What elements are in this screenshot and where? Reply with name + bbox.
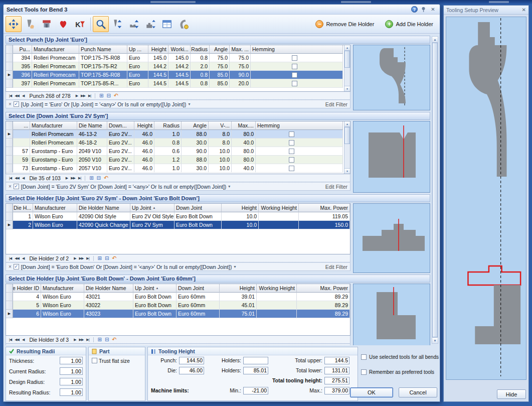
column-header-max[interactable]: Max.... [232,121,256,130]
close-icon[interactable]: ✕ [522,7,526,13]
hemming-checkbox[interactable] [292,72,297,78]
column-header-die-name[interactable]: Die Name [77,121,107,130]
filter-enabled-checkbox[interactable]: ✓ [14,264,19,269]
next-page-button[interactable]: ▶▶ [78,337,85,342]
die-height-field[interactable] [179,367,204,374]
filter-enabled-checkbox[interactable]: ✓ [14,101,19,107]
scroll-up-icon[interactable]: ▲ [344,121,350,127]
machine-max-field[interactable] [324,387,349,394]
trust-flat-size-checkbox[interactable] [92,358,97,363]
table-row[interactable]: 1Wilson Euro42090 Old StyleEuro 2V Old S… [6,212,350,221]
hemming-checkbox[interactable] [292,64,297,69]
column-header-die-h[interactable]: Die H... [13,204,33,212]
column-header-down[interactable]: Down... [107,121,134,130]
column-header-down-joint[interactable]: Down Joint [176,284,220,293]
next-record-button[interactable]: ▶ [74,93,79,98]
hemming-checkbox[interactable] [289,131,294,137]
zoom-button[interactable] [93,16,109,32]
table-row[interactable]: 59Eurostamp - Euro2050 V10Euro 2V...46.0… [6,156,350,164]
grid-options-button[interactable]: ⊟ [95,175,102,181]
next-record-button[interactable]: ▶ [72,337,77,342]
hide-button[interactable]: Hide [497,389,526,399]
column-header-height[interactable]: Height [222,204,259,212]
export-grid-button[interactable]: ⊞ [98,92,105,99]
use-all-bends-checkbox[interactable] [361,354,367,360]
filter-dropdown-icon[interactable]: ▾ [188,102,190,106]
column-header-die-holder-id[interactable]: Die Holder ID [13,284,41,293]
prev-record-button[interactable]: ◀ [21,337,26,342]
table-row[interactable]: 394Rolleri PromecamTOP.175-75-R08Euro145… [6,54,350,62]
table-row[interactable]: ▶2Wilson Euro42090 Quick ChangeEuro 2V S… [6,221,350,229]
prev-page-button[interactable]: ◀◀ [13,256,21,261]
column-header-col[interactable]: ... [13,121,30,130]
resulting-radius-field[interactable] [60,388,83,396]
column-header-v[interactable]: V-... [209,121,232,130]
export-grid-button[interactable]: ⊞ [96,336,103,343]
prev-record-button[interactable]: ◀ [21,93,26,98]
column-header-max[interactable]: Max. ... [230,45,251,54]
grid-options-button[interactable]: ⊟ [103,255,110,261]
column-header-die-holder-name[interactable]: Die Holder Name [77,204,130,212]
column-header-manufacturer[interactable]: Manufacturer [41,284,84,293]
hemming-checkbox[interactable] [289,157,294,163]
first-record-button[interactable]: |◀ [8,256,13,261]
remove-die-holder-button[interactable]: − Remove Die Holder [311,18,379,30]
add-die-holder-button[interactable]: + Add Die Holder [381,18,438,30]
prev-record-button[interactable]: ◀ [21,256,26,261]
column-header-punch-name[interactable]: Punch Name [79,45,127,54]
filter-enabled-checkbox[interactable]: ✓ [14,184,19,189]
dialog-titlebar[interactable]: Select Tools for Bend 3 ? ✕ [4,5,440,15]
filter-close-icon[interactable]: × [9,101,12,107]
prev-page-button[interactable]: ◀◀ [13,337,21,342]
ok-button[interactable]: OK [350,387,393,397]
hemming-checkbox[interactable] [289,140,294,146]
column-header-angle[interactable]: Angle [210,45,230,54]
first-record-button[interactable]: |◀ [8,93,13,98]
edit-filter-button[interactable]: Edit Filter [325,264,347,270]
total-upper-field[interactable] [324,357,349,364]
scroll-up-icon[interactable]: ▲ [344,45,350,51]
section-title[interactable]: Select Punch [Up Joint 'Euro'] [6,36,430,44]
undo-filter-button[interactable]: ↶ [110,336,118,343]
filter-tools-button[interactable]: K [72,16,88,32]
filter-dropdown-icon[interactable]: ▾ [228,184,230,189]
grid-options-button[interactable]: ⊟ [103,336,110,343]
scroll-down-icon[interactable]: ▼ [344,86,350,91]
main-scrollbar[interactable]: ▲ ▼ [432,36,438,344]
column-header-manufacturer[interactable]: Manufacturer [30,121,77,130]
column-header-pu[interactable]: Pu... [13,45,32,54]
undo-filter-button[interactable]: ↶ [112,92,120,99]
column-header-radius[interactable]: Radius [191,45,210,54]
machine-min-field[interactable] [243,387,268,394]
column-header-die-holder-name[interactable]: Die Holder Name [84,284,133,293]
design-radius-field[interactable] [60,378,83,385]
export-grid-button[interactable]: ⊞ [88,175,95,181]
replace-die-holder-button[interactable] [142,16,158,32]
next-page-button[interactable]: ▶▶ [79,93,87,98]
table-row[interactable]: 4Wilson Euro43021Euro Bolt DownEuro 60mm… [6,293,350,301]
filter-dropdown-icon[interactable]: ▾ [234,264,236,269]
holders-upper-field[interactable] [243,357,268,364]
undo-filter-button[interactable]: ↶ [110,254,118,262]
prev-record-button[interactable]: ◀ [21,176,26,181]
last-record-button[interactable]: ▶| [85,337,90,342]
table-row[interactable]: 73Eurostamp - Euro2057 V10Euro 2V...46.0… [6,164,350,173]
tool-table-button[interactable] [159,16,175,32]
filter-close-icon[interactable]: × [9,184,12,189]
column-header-working-height[interactable]: Working Height [259,204,299,212]
next-page-button[interactable]: ▶▶ [69,176,77,181]
holders-lower-field[interactable] [243,367,268,374]
column-header-up-joint[interactable]: Up Joint▲ [133,284,176,293]
pin-icon[interactable] [420,6,427,13]
scroll-up-icon[interactable]: ▲ [432,37,438,43]
column-header-manufacturer[interactable]: Manufacturer [33,204,77,212]
table-row[interactable]: ▶Rolleri Promecam46-13-2Euro 2V...46.01.… [6,130,350,139]
hemming-checkbox[interactable] [292,81,297,86]
total-lower-field[interactable] [324,367,349,374]
hemming-checkbox[interactable] [289,166,294,171]
column-header-up[interactable]: Up ... [127,45,148,54]
column-header-hemming[interactable]: Hemming [251,45,343,54]
current-radius-field[interactable] [60,367,83,375]
edit-filter-button[interactable]: Edit Filter [325,184,347,190]
column-header-height[interactable]: Height [148,45,168,54]
